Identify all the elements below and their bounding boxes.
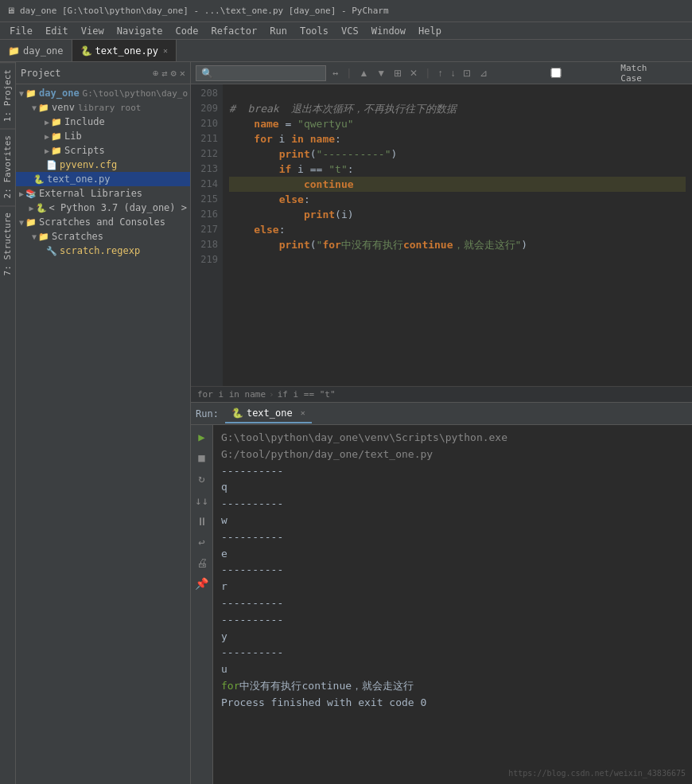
menu-item-navigate[interactable]: Navigate [111,24,169,38]
search-all-button[interactable]: ⊡ [461,67,473,80]
code-line-218: print("for中没有有执行continue，就会走这行") [229,237,686,252]
search-close-button[interactable]: ✕ [407,67,420,80]
tree-item-5[interactable]: 📄pyvenv.cfg [16,158,190,172]
run-wrap-button[interactable]: ↩ [193,533,211,551]
search-up-button[interactable]: ↑ [435,67,445,80]
match-case-option[interactable]: Match Case [491,63,669,84]
run-pin-button[interactable]: 📌 [193,575,211,592]
run-panel-header: Run: 🐍 text_one ✕ [191,403,692,425]
search-down-button[interactable]: ↓ [448,67,457,80]
python-file-icon: 🐍 [80,45,92,57]
menu-item-tools[interactable]: Tools [294,24,335,38]
run-output-line: u [221,661,684,678]
code-content[interactable]: # break 退出本次循环，不再执行往下的数据 name = "qwertyu… [223,84,692,386]
editor-tab-label: text_one.py [95,45,158,57]
run-stop-button[interactable]: ■ [193,449,211,466]
line-numbers: 208209210211212213214215216217218219 [191,84,223,386]
run-pause-button[interactable]: ⏸ [193,513,211,530]
menu-item-view[interactable]: View [75,24,111,38]
search-prev-button[interactable]: ▲ [356,67,371,80]
run-panel: Run: 🐍 text_one ✕ ▶ ■ ↻ ↓↓ ⏸ ↩ 🖨 📌 [191,402,692,784]
run-print-button[interactable]: 🖨 [193,554,211,571]
run-output-line: ---------- [221,645,684,661]
sidebar-item-structure[interactable]: 7: Structure [0,205,15,282]
project-tab[interactable]: 📁 day_one [0,40,72,61]
line-number-215: 215 [191,192,218,207]
tree-item-9[interactable]: ▼📁Scratches and Consoles [16,215,190,229]
words-option[interactable]: Words [673,68,692,78]
code-line-209: # break 退出本次循环，不再执行往下的数据 [229,101,686,116]
breadcrumb: for i in name › if i == "t" [191,386,692,402]
run-tab-close[interactable]: ✕ [301,408,305,417]
breadcrumb-item-2[interactable]: if i == "t" [278,389,336,400]
menu-item-vcs[interactable]: VCS [335,24,365,38]
tree-item-8[interactable]: ▶🐍< Python 3.7 (day_one) > [16,201,190,215]
code-editor[interactable]: 208209210211212213214215216217218219 # b… [191,84,692,386]
search-bar: ↔ | ▲ ▼ ⊞ ✕ | ↑ ↓ ⊡ ⊿ Match Case Words [191,62,692,84]
code-line-215: else: [229,192,686,207]
search-next-button[interactable]: ▼ [374,67,388,80]
search-replace-icon[interactable]: ↔ [329,66,341,80]
run-tab-text-one[interactable]: 🐍 text_one ✕ [225,404,312,423]
menu-item-window[interactable]: Window [365,24,412,38]
tree-item-10[interactable]: ▼📁Scratches [16,229,190,244]
sidebar-item-favorites[interactable]: 2: Favorites [0,128,15,205]
titlebar: 🖥 day_one [G:\tool\python\day_one] - ...… [0,0,692,22]
tree-item-1[interactable]: ▼📁venv library root [16,100,190,115]
run-output-line: G:\tool\python\day_one\venv\Scripts\pyth… [221,430,684,463]
menubar: FileEditViewNavigateCodeRefactorRunTools… [0,22,692,40]
filter-icon[interactable]: ⊿ [480,68,488,79]
tree-header-icons: ⊕ ⇄ ⚙ ✕ [153,68,185,79]
tree-item-4[interactable]: ▶📁Scripts [16,143,190,158]
run-output-line: ---------- [221,612,684,629]
line-number-213: 213 [191,162,218,177]
sidebar-item-project[interactable]: 1: Project [0,62,15,128]
breadcrumb-item-1[interactable]: for i in name [197,389,266,400]
editor-tab-text-one[interactable]: 🐍 text_one.py ✕ [72,40,177,61]
close-tree-icon[interactable]: ✕ [180,68,185,79]
code-line-212: print("----------") [229,146,686,162]
tree-item-11[interactable]: 🔧scratch.regexp [16,244,190,258]
main-layout: 1: Project 2: Favorites 7: Structure Pro… [0,62,692,784]
run-tab-icon: 🐍 [231,408,243,419]
run-output-line: for中没有有执行continue，就会走这行 [221,678,684,695]
menu-item-help[interactable]: Help [412,24,448,38]
tree-item-0[interactable]: ▼📁day_one G:\tool\python\day_o [16,86,190,100]
editor-area: ↔ | ▲ ▼ ⊞ ✕ | ↑ ↓ ⊡ ⊿ Match Case Words [191,62,692,402]
project-tree-panel: Project ⊕ ⇄ ⚙ ✕ ▼📁day_one G:\tool\python… [16,62,191,784]
run-play-button[interactable]: ▶ [193,428,211,446]
project-tree-content: ▼📁day_one G:\tool\python\day_o▼📁venv lib… [16,84,190,784]
code-line-217: else: [229,222,686,237]
run-output-line: w [221,513,684,529]
menu-item-run[interactable]: Run [263,24,294,38]
run-scroll-end-button[interactable]: ↓↓ [193,492,211,509]
menu-item-edit[interactable]: Edit [39,24,75,38]
run-output-line: Process finished with exit code 0 [221,695,684,712]
tree-item-3[interactable]: ▶📁Lib [16,129,190,143]
search-find-all-button[interactable]: ⊞ [391,67,404,80]
code-line-219 [229,252,686,267]
run-rerun-button[interactable]: ↻ [193,470,211,487]
code-line-208 [229,86,686,101]
add-icon[interactable]: ⊕ [153,68,158,79]
tab-close-button[interactable]: ✕ [163,46,168,55]
run-output-line: ---------- [221,529,684,546]
folder-icon: 📁 [8,45,20,57]
run-tab-label: text_one [247,408,293,419]
line-number-219: 219 [191,252,218,267]
tree-item-7[interactable]: ▶📚External Libraries [16,186,190,201]
code-line-213: if i == "t": [229,162,686,177]
words-checkbox[interactable] [676,68,692,78]
menu-item-code[interactable]: Code [169,24,205,38]
line-number-212: 212 [191,146,218,162]
code-line-211: for i in name: [229,131,686,146]
search-input[interactable] [196,65,326,81]
sync-icon[interactable]: ⇄ [161,68,167,79]
gear-icon[interactable]: ⚙ [171,68,177,79]
tree-item-2[interactable]: ▶📁Include [16,115,190,129]
match-case-checkbox[interactable] [494,68,618,78]
menu-item-file[interactable]: File [3,24,39,38]
tree-item-6[interactable]: 🐍text_one.py [16,172,190,186]
menu-item-refactor[interactable]: Refactor [204,24,263,38]
run-output-line: y [221,629,684,646]
